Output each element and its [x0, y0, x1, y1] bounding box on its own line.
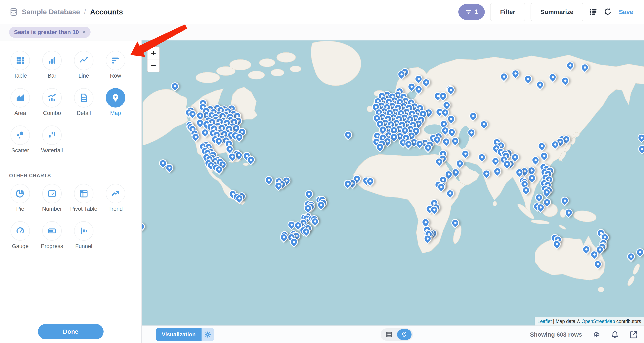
- viz-type-line[interactable]: Line: [68, 51, 100, 79]
- map-pin[interactable]: [498, 71, 510, 82]
- viz-type-pie[interactable]: Pie: [4, 184, 36, 212]
- viz-type-gauge[interactable]: Gauge: [4, 221, 36, 249]
- viz-type-table[interactable]: Table: [4, 51, 36, 79]
- map-pin[interactable]: [445, 84, 456, 96]
- map-pin[interactable]: [547, 72, 558, 83]
- map-pin[interactable]: [478, 119, 490, 130]
- map-pin[interactable]: [460, 148, 471, 160]
- number-icon: 12: [42, 184, 62, 203]
- save-button[interactable]: Save: [619, 9, 633, 16]
- refresh-icon[interactable]: [603, 8, 612, 17]
- line-icon: [74, 51, 94, 70]
- viz-type-label: Map: [110, 110, 121, 116]
- viz-type-combo[interactable]: Combo: [36, 88, 68, 116]
- map-zoom-control: + −: [147, 47, 160, 73]
- gear-icon: [204, 331, 211, 338]
- viz-type-row[interactable]: Row: [100, 51, 132, 79]
- map-pin[interactable]: [450, 217, 461, 228]
- viz-type-trend[interactable]: Trend: [100, 184, 132, 212]
- map-pin[interactable]: [565, 60, 576, 71]
- zoom-in-button[interactable]: +: [148, 47, 160, 60]
- map-pin[interactable]: [343, 129, 354, 140]
- viz-type-progress[interactable]: Progress: [36, 221, 68, 249]
- map-pin[interactable]: [468, 110, 479, 122]
- table-toggle-icon: [385, 331, 392, 338]
- download-icon[interactable]: [592, 330, 601, 339]
- map-pin[interactable]: [581, 244, 592, 255]
- done-button[interactable]: Done: [38, 324, 104, 339]
- map-pin[interactable]: [264, 175, 274, 186]
- header: Sample Database / Accounts 1 Filter Summ…: [0, 0, 644, 24]
- map-visualization[interactable]: + − Leaflet | Map data © OpenStreetMap c…: [142, 41, 644, 325]
- gauge-icon: [10, 221, 30, 241]
- breadcrumb-table: Accounts: [90, 8, 123, 16]
- map-pin[interactable]: [534, 79, 546, 90]
- map-pin[interactable]: [559, 195, 570, 206]
- table-map-toggle: [380, 328, 413, 341]
- leaflet-link[interactable]: Leaflet: [538, 319, 552, 324]
- viz-type-number[interactable]: 12Number: [36, 184, 68, 212]
- breadcrumb-database[interactable]: Sample Database: [22, 8, 80, 16]
- viz-type-funnel[interactable]: Funnel: [68, 221, 100, 249]
- map-pin[interactable]: [592, 259, 603, 270]
- bell-icon[interactable]: [610, 330, 619, 339]
- pin-toggle-icon: [401, 331, 408, 338]
- visualization-button[interactable]: Visualization: [156, 328, 214, 341]
- viz-type-waterfall[interactable]: Waterfall: [36, 126, 68, 154]
- openstreetmap-link[interactable]: OpenStreetMap: [582, 319, 615, 324]
- filter-chip[interactable]: Seats is greater than 10 ×: [9, 27, 90, 38]
- external-link-icon[interactable]: [629, 330, 638, 339]
- map-pin[interactable]: [538, 150, 550, 161]
- map-pin[interactable]: [492, 166, 503, 177]
- map-pin[interactable]: [142, 221, 146, 232]
- map-pin[interactable]: [579, 62, 590, 73]
- map-pin[interactable]: [476, 152, 488, 163]
- viz-picker-sidebar: TableBarLineRowAreaComboDetailMapScatter…: [0, 41, 142, 343]
- viz-type-label: Bar: [48, 73, 56, 79]
- pie-icon: [10, 184, 30, 203]
- viz-type-label: Pivot Table: [70, 206, 97, 212]
- viz-type-pivot-table[interactable]: Pivot Table: [68, 184, 100, 212]
- viz-type-label: Line: [78, 73, 89, 79]
- toggle-table-button[interactable]: [380, 331, 397, 338]
- map-pins-layer: [142, 41, 644, 325]
- filter-button[interactable]: Filter: [490, 3, 525, 21]
- viz-type-area[interactable]: Area: [4, 88, 36, 116]
- map-pin[interactable]: [490, 155, 501, 167]
- viz-type-scatter[interactable]: Scatter: [4, 126, 36, 154]
- close-icon[interactable]: ×: [82, 29, 86, 36]
- map-pin[interactable]: [634, 247, 644, 258]
- summarize-button[interactable]: Summarize: [530, 3, 583, 21]
- map-pin[interactable]: [626, 251, 636, 262]
- map-pin[interactable]: [636, 132, 644, 143]
- main-column: + − Leaflet | Map data © OpenStreetMap c…: [142, 41, 644, 343]
- breadcrumb-separator: /: [84, 8, 86, 16]
- map-pin[interactable]: [445, 188, 456, 199]
- map-pin[interactable]: [304, 188, 314, 200]
- notebook-icon[interactable]: [589, 8, 598, 17]
- map-pin[interactable]: [522, 73, 534, 84]
- map-pin[interactable]: [536, 141, 547, 152]
- map-pin[interactable]: [563, 207, 574, 218]
- map-pin[interactable]: [530, 155, 541, 166]
- map-pin[interactable]: [466, 127, 477, 138]
- map-pin[interactable]: [454, 158, 465, 169]
- map-pin[interactable]: [636, 143, 644, 155]
- map-pin[interactable]: [169, 81, 180, 92]
- map-pin[interactable]: [481, 168, 492, 179]
- zoom-out-button[interactable]: −: [148, 60, 160, 72]
- toggle-map-button[interactable]: [397, 329, 412, 340]
- visualization-settings-button[interactable]: [202, 328, 214, 341]
- viz-type-label: Scatter: [11, 147, 29, 154]
- content: TableBarLineRowAreaComboDetailMapScatter…: [0, 41, 644, 343]
- visualization-button-label[interactable]: Visualization: [156, 328, 202, 341]
- filter-count-pill[interactable]: 1: [458, 4, 485, 20]
- filter-chip-label[interactable]: Seats is greater than 10: [14, 29, 79, 36]
- map-pin[interactable]: [560, 75, 571, 86]
- viz-type-bar[interactable]: Bar: [36, 51, 68, 79]
- map-pin[interactable]: [510, 68, 521, 79]
- viz-type-detail[interactable]: Detail: [68, 88, 100, 116]
- viz-type-map[interactable]: Map: [100, 88, 132, 116]
- header-actions: 1 Filter Summarize Save: [458, 3, 637, 21]
- viz-type-label: Progress: [41, 243, 63, 249]
